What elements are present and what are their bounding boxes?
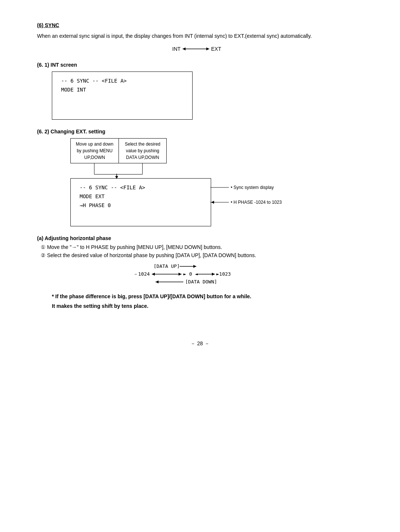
svg-text:►1023: ►1023	[216, 271, 231, 277]
svg-marker-25	[156, 280, 159, 283]
ext-screen-line1: -- 6 SYNC -- <FILE A>	[80, 184, 202, 190]
note-line1: * If the phase difference is big, press …	[52, 292, 363, 301]
svg-text:[DATA DOWN]: [DATA DOWN]	[185, 279, 217, 285]
svg-text:• H PHASE   -1024 to 1023: • H PHASE -1024 to 1023	[231, 200, 282, 205]
svg-marker-14	[193, 265, 196, 268]
int-ext-diagram: INT EXT	[37, 44, 363, 54]
note-line2: It makes the setting shift by tens place…	[52, 302, 363, 311]
svg-marker-10	[211, 201, 214, 204]
ext-screen-box: -- 6 SYNC -- <FILE A> MODE EXT →H PHASE …	[70, 178, 211, 226]
adj-title: (a) Adjusting horizontal phase	[37, 235, 363, 241]
data-diagram: [DATA UP] －1024 ► 0 ◄ ►1023 [DATA DOWN]	[37, 263, 363, 286]
svg-marker-19	[179, 273, 181, 276]
connector-area	[70, 163, 363, 178]
page-number: － 28 －	[37, 340, 363, 347]
ext-screen-line3: →H PHASE 0	[80, 202, 202, 208]
svg-text:► 0 ◄: ► 0 ◄	[183, 271, 198, 277]
svg-marker-22	[212, 273, 215, 276]
diagram-62-container: Move up and down by pushing MENU UP,DOWN…	[48, 138, 363, 226]
int-screen-box: -- 6 SYNC -- <FILE A> MODE INT	[52, 72, 193, 120]
svg-text:[DATA UP]: [DATA UP]	[154, 263, 180, 269]
top-labels-row: Move up and down by pushing MENU UP,DOWN…	[70, 138, 363, 163]
sub1-title: (6. 1) INT screen	[37, 62, 363, 68]
svg-marker-17	[152, 273, 155, 276]
svg-marker-2	[183, 47, 186, 50]
int-screen-line2: MODE INT	[61, 87, 183, 93]
int-screen-line1: -- 6 SYNC -- <FILE A>	[61, 78, 183, 84]
note-bold: * If the phase difference is big, press …	[52, 292, 363, 310]
label-box-right: Select the desired value by pushing DATA…	[119, 138, 167, 163]
svg-marker-3	[206, 47, 209, 50]
adj-section: (a) Adjusting horizontal phase ① Move th…	[37, 235, 363, 310]
svg-text:－1024: －1024	[133, 271, 150, 277]
screen-box-wrapper: -- 6 SYNC -- <FILE A> MODE EXT →H PHASE …	[70, 178, 363, 226]
adj-step1: ① Move the "→" to H PHASE by pushing [ME…	[41, 244, 363, 250]
svg-text:INT: INT	[172, 46, 181, 52]
annotation-lines: • Sync system display • H PHASE -1024 to…	[210, 182, 303, 219]
label-box-left: Move up and down by pushing MENU UP,DOWN	[70, 138, 119, 163]
svg-text:• Sync system display: • Sync system display	[231, 185, 274, 190]
sub2-title: (6. 2) Changing EXT. setting	[37, 129, 363, 134]
section-title: (6) SYNC	[37, 22, 363, 28]
ext-screen-line2: MODE EXT	[80, 193, 202, 199]
adj-step2: ② Select the desired value of horizontal…	[41, 252, 363, 258]
section-desc: When an external sync signal is input, t…	[37, 32, 363, 40]
v-line-right	[142, 163, 143, 174]
svg-text:EXT: EXT	[211, 46, 221, 52]
v-line-left	[94, 163, 94, 174]
